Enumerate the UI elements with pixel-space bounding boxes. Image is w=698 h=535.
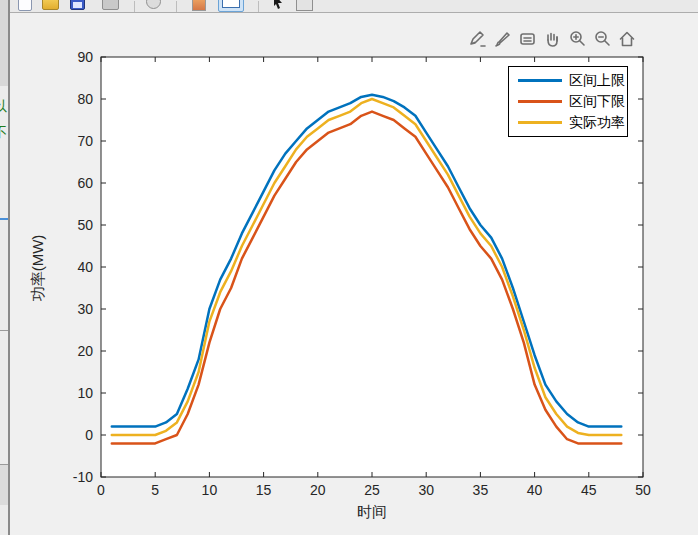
legend[interactable]: 区间上限 区间下限 实际功率: [508, 66, 628, 137]
y-tick-label: 80: [77, 91, 93, 107]
y-tick-label: -10: [73, 469, 93, 485]
x-tick-label: 40: [527, 482, 543, 498]
x-tick-label: 25: [364, 482, 380, 498]
matlab-figure-window: 以 不: [0, 0, 698, 535]
y-tick-label: 20: [77, 343, 93, 359]
legend-label: 区间上限: [569, 72, 625, 90]
legend-label: 区间下限: [569, 93, 625, 111]
legend-line-sample: [518, 121, 562, 124]
x-tick-label: 10: [202, 482, 218, 498]
x-tick-label: 0: [97, 482, 105, 498]
x-tick-label: 45: [581, 482, 597, 498]
x-tick-label: 35: [473, 482, 489, 498]
legend-item[interactable]: 实际功率: [509, 112, 627, 133]
y-tick-label: 60: [77, 175, 93, 191]
x-tick-label: 15: [256, 482, 272, 498]
y-tick-label: 10: [77, 385, 93, 401]
y-tick-label: 50: [77, 217, 93, 233]
legend-item[interactable]: 区间下限: [509, 91, 627, 112]
legend-label: 实际功率: [569, 114, 625, 132]
x-tick-label: 30: [418, 482, 434, 498]
legend-line-sample: [518, 100, 562, 103]
x-tick-label: 20: [310, 482, 326, 498]
y-tick-label: 90: [77, 49, 93, 65]
legend-line-sample: [518, 79, 562, 82]
y-tick-label: 0: [85, 427, 93, 443]
x-tick-label: 5: [151, 482, 159, 498]
legend-item[interactable]: 区间上限: [509, 70, 627, 91]
y-tick-label: 70: [77, 133, 93, 149]
y-axis-label: 功率(MW): [29, 218, 45, 318]
y-tick-label: 40: [77, 259, 93, 275]
y-tick-label: 30: [77, 301, 93, 317]
x-tick-label: 50: [635, 482, 651, 498]
x-axis-label: 时间: [101, 503, 643, 522]
